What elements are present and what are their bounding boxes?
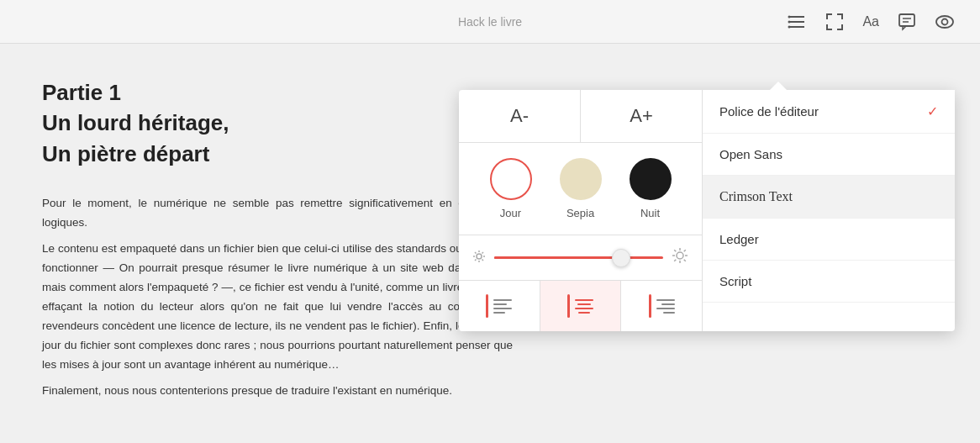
theme-label-jour: Jour — [500, 207, 521, 219]
vbar-center — [567, 294, 570, 318]
check-icon-publisher: ✓ — [927, 103, 938, 119]
align-left-button[interactable] — [459, 281, 540, 331]
font-decrease-button[interactable]: A- — [459, 90, 581, 142]
theme-label-sepia: Sepia — [566, 207, 594, 219]
align-right-button[interactable] — [621, 281, 702, 331]
align-lines-left — [493, 299, 512, 314]
svg-line-25 — [674, 250, 676, 251]
align-lines-center — [575, 299, 593, 314]
align-center-icon — [567, 294, 593, 318]
theme-nuit[interactable]: Nuit — [630, 158, 672, 219]
popup-left-panel: A- A+ Jour Sepia Nuit — [459, 90, 703, 331]
svg-line-17 — [482, 259, 484, 261]
svg-line-16 — [475, 252, 477, 254]
svg-point-11 — [477, 254, 482, 259]
theme-circle-sepia — [560, 158, 602, 200]
book-text-body: Pour le moment, le numérique ne semble p… — [42, 194, 513, 400]
eye-icon[interactable] — [935, 14, 955, 29]
font-increase-button[interactable]: A+ — [581, 90, 702, 142]
align-center-button[interactable] — [540, 281, 622, 331]
expand-icon[interactable] — [825, 13, 844, 31]
svg-point-4 — [788, 20, 791, 23]
subtitle-line1: Un lourd héritage, — [42, 110, 229, 135]
font-item-ledger[interactable]: Ledger — [703, 219, 955, 261]
font-item-crimson[interactable]: Crimson Text — [703, 176, 955, 219]
svg-line-27 — [684, 250, 686, 251]
slider-fill — [494, 256, 621, 259]
align-lines-right — [656, 299, 675, 314]
paragraph-2: Le contenu est empaqueté dans un fichier… — [42, 240, 513, 375]
theme-circle-nuit — [630, 158, 672, 200]
alignment-row — [459, 281, 702, 331]
svg-line-26 — [684, 260, 686, 261]
svg-rect-6 — [899, 14, 914, 26]
brightness-low-icon — [472, 250, 486, 266]
paragraph-1: Pour le moment, le numérique ne semble p… — [42, 194, 513, 233]
theme-label-nuit: Nuit — [640, 207, 660, 219]
svg-point-3 — [788, 15, 791, 18]
svg-point-5 — [788, 25, 791, 28]
list-icon[interactable] — [787, 13, 807, 30]
font-label-crimson: Crimson Text — [719, 189, 793, 204]
font-item-publisher[interactable]: Police de l'éditeur ✓ — [703, 90, 955, 134]
font-list: Police de l'éditeur ✓ Open Sans Crimson … — [703, 90, 955, 331]
subtitle-line2: Un piètre départ — [42, 141, 209, 166]
font-item-script[interactable]: Script — [703, 261, 955, 303]
font-size-row: A- A+ — [459, 90, 702, 143]
part-number: Partie 1 — [42, 80, 121, 105]
themes-row: Jour Sepia Nuit — [459, 143, 702, 235]
svg-point-9 — [936, 16, 953, 28]
slider-thumb[interactable] — [612, 249, 630, 267]
font-size-icon[interactable]: Aa — [862, 14, 879, 29]
theme-jour[interactable]: Jour — [490, 158, 532, 219]
svg-point-20 — [677, 252, 683, 259]
brightness-high-icon — [672, 247, 688, 268]
brightness-slider[interactable] — [494, 256, 663, 259]
font-item-opensans[interactable]: Open Sans — [703, 134, 955, 176]
font-label-opensans: Open Sans — [719, 147, 782, 161]
theme-sepia[interactable]: Sepia — [560, 158, 602, 219]
book-title: Hack le livre — [458, 15, 522, 29]
top-bar: Hack le livre Aa — [0, 0, 980, 44]
svg-line-19 — [475, 259, 477, 261]
align-right-icon — [649, 294, 675, 318]
vbar-left — [486, 294, 488, 318]
svg-line-18 — [482, 252, 484, 254]
font-label-ledger: Ledger — [719, 232, 759, 246]
paragraph-3: Finalement, nous nous contenterions pres… — [42, 382, 513, 401]
align-left-icon — [486, 294, 512, 318]
svg-point-10 — [942, 18, 948, 24]
settings-popup: A- A+ Jour Sepia Nuit — [459, 90, 955, 331]
main-content: Partie 1 Un lourd héritage, Un piètre dé… — [0, 44, 980, 443]
comment-icon[interactable] — [898, 13, 916, 31]
font-label-script: Script — [719, 274, 751, 288]
vbar-right — [649, 294, 651, 318]
svg-line-28 — [674, 260, 676, 261]
theme-circle-jour — [490, 158, 532, 200]
brightness-row — [459, 235, 702, 281]
font-label-publisher: Police de l'éditeur — [719, 104, 819, 119]
toolbar-icons: Aa — [787, 13, 955, 31]
